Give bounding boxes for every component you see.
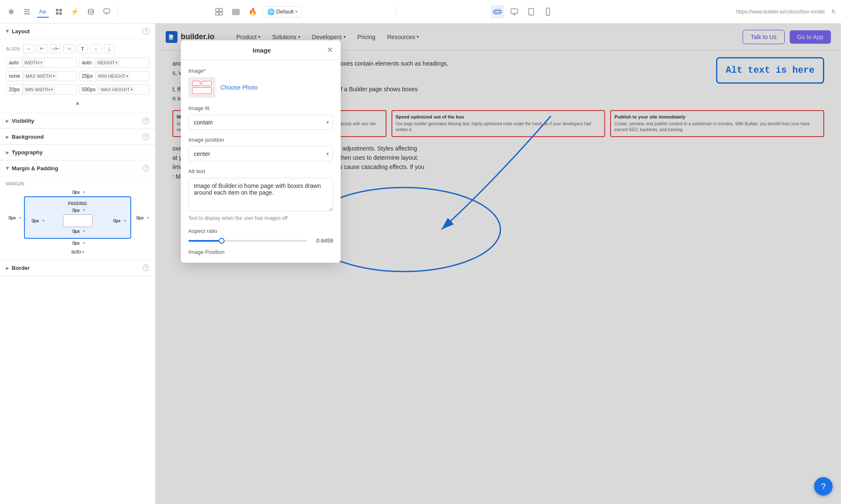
toolbar-left-icons: ⊕ Aa ⚡ <box>5 6 113 18</box>
align-btn-3[interactable]: ⊣⊢ <box>50 44 61 53</box>
top-toolbar: ⊕ Aa ⚡ 🔥 🌐 Default ▾ <box>0 0 841 24</box>
layout-help-icon[interactable]: ? <box>143 28 149 34</box>
padding-bottom-input[interactable]: 0px ▾ <box>70 229 85 234</box>
typography-section: ▶ Typography <box>0 145 155 161</box>
lightning-icon[interactable]: ⚡ <box>69 6 81 18</box>
image-position-select[interactable]: center <box>188 146 333 161</box>
background-section-header[interactable]: ▶ Background ? <box>0 129 155 145</box>
minheight-input-group[interactable]: 20px MIN HEIGHT ▾ <box>79 71 150 81</box>
tablet-icon[interactable] <box>524 5 538 18</box>
dialog-close-button[interactable]: ✕ <box>327 46 333 54</box>
margin-bottom-input[interactable]: 0px ▾ <box>70 240 85 245</box>
svg-rect-2 <box>24 13 30 14</box>
aspect-ratio-label: Aspect ratio <box>188 228 333 234</box>
margin-padding-header[interactable]: ▶ Margin & Padding ? <box>0 161 155 176</box>
list-view-icon[interactable] <box>229 5 243 18</box>
mobile-icon[interactable] <box>541 5 555 18</box>
background-section: ▶ Background ? <box>0 129 155 145</box>
svg-rect-10 <box>216 8 219 11</box>
preview-frame: builder.io Product ▾ Solutions ▾ Develop… <box>156 24 841 504</box>
svg-text:Aa: Aa <box>39 8 46 15</box>
padding-right-input[interactable]: 0px ▾ <box>111 218 126 223</box>
layout-arrow: ▶ <box>5 29 10 33</box>
width-input-group[interactable]: auto WIDTH ▾ <box>6 58 77 68</box>
desktop-icon[interactable] <box>508 5 521 18</box>
maxwidth-label: MAX WIDTH ▾ <box>23 72 58 80</box>
fire-icon[interactable]: 🔥 <box>246 5 259 18</box>
padding-box: PADDING 0px ▾ 0px <box>24 196 131 239</box>
layout-section-header[interactable]: ▶ Layout ? <box>0 24 155 39</box>
margin-left-input[interactable]: 0px ▾ <box>6 196 21 239</box>
visibility-section: ▶ Visibility ? <box>0 113 155 129</box>
visibility-help-icon[interactable]: ? <box>143 117 149 124</box>
background-help-icon[interactable]: ? <box>143 133 149 140</box>
dialog-body: Image* <box>181 60 341 263</box>
border-section: ▶ Border ? <box>0 260 155 276</box>
aspect-ratio-value: 0.6459 <box>312 237 333 244</box>
height-input-group[interactable]: auto HEIGHT ▾ <box>79 58 150 68</box>
maxwidth-input-group[interactable]: none MAX WIDTH ▾ <box>6 71 77 81</box>
border-title: Border <box>12 265 140 271</box>
margin-top-input[interactable]: 0px ▾ <box>70 190 85 195</box>
aspect-ratio-slider[interactable] <box>188 240 307 242</box>
visibility-section-header[interactable]: ▶ Visibility ? <box>0 113 155 129</box>
svg-rect-1 <box>24 11 30 12</box>
breakpoint-icon[interactable] <box>491 5 504 18</box>
image-dialog: Image ✕ Image* <box>181 40 341 263</box>
minwidth-input-group[interactable]: 20px MIN WIDTH ▾ <box>6 84 77 95</box>
align-btn-6[interactable]: ⊥ <box>104 44 115 53</box>
align-btn-T[interactable]: T <box>77 44 88 53</box>
align-btn-4[interactable]: ⊣ <box>63 44 74 53</box>
layers-icon[interactable] <box>21 6 33 18</box>
image-preview-row: Choose Photo <box>188 77 333 98</box>
maxheight-input-group[interactable]: 500px MAX HEIGHT ▾ <box>79 84 150 95</box>
align-row: ALIGN ↔ ⊢ ⊣⊢ ⊣ T ↕ ⊥ <box>6 44 149 53</box>
align-btn-5[interactable]: ↕ <box>90 44 101 53</box>
align-label: ALIGN <box>6 46 20 51</box>
border-section-header[interactable]: ▶ Border ? <box>0 260 155 276</box>
image-position-label2: Image Position <box>188 249 333 255</box>
comment-icon[interactable] <box>101 6 113 18</box>
image-field-label: Image* <box>188 68 333 74</box>
grid-view-icon[interactable] <box>212 5 226 18</box>
svg-rect-6 <box>56 12 58 15</box>
default-dropdown[interactable]: 🌐 Default ▾ <box>263 6 302 17</box>
minheight-value: 20px <box>79 71 95 81</box>
margin-padding-title: Margin & Padding <box>12 165 140 172</box>
svg-point-8 <box>88 9 93 11</box>
inner-content-box <box>63 214 93 227</box>
padding-top-row: 0px ▾ <box>70 208 85 213</box>
visibility-arrow: ▶ <box>6 119 9 123</box>
svg-rect-11 <box>220 8 222 11</box>
auto-value[interactable]: auto ▾ <box>71 249 84 255</box>
svg-rect-14 <box>233 9 239 11</box>
layout-title: Layout <box>12 28 140 34</box>
margin-padding-help-icon[interactable]: ? <box>143 165 149 172</box>
align-btn-1[interactable]: ↔ <box>23 44 34 53</box>
border-arrow: ▶ <box>6 266 9 270</box>
collapse-layout-btn[interactable]: ▲ <box>6 98 149 108</box>
align-btn-2[interactable]: ⊢ <box>37 44 48 53</box>
refresh-icon[interactable]: ↻ <box>831 8 836 15</box>
alt-text-input[interactable] <box>188 178 333 211</box>
border-help-icon[interactable]: ? <box>143 264 149 271</box>
margin-mid-row: 0px ▾ PADDING 0px ▾ <box>6 196 149 239</box>
help-fab-button[interactable]: ? <box>814 477 833 496</box>
typography-section-header[interactable]: ▶ Typography <box>0 145 155 160</box>
add-icon[interactable]: ⊕ <box>5 6 17 18</box>
minwidth-label: MIN WIDTH ▾ <box>22 85 56 94</box>
stack-icon[interactable] <box>53 6 65 18</box>
auto-row: auto ▾ <box>6 249 149 255</box>
aspect-ratio-row: 0.6459 <box>188 237 333 244</box>
padding-top-input[interactable]: 0px ▾ <box>70 208 85 213</box>
image-fit-label: Image fit <box>188 105 333 111</box>
margin-right-input[interactable]: 0px ▾ <box>134 196 149 239</box>
choose-photo-button[interactable]: Choose Photo <box>220 84 258 91</box>
main-area: ▶ Layout ? ALIGN ↔ ⊢ ⊣⊢ ⊣ T ↕ ⊥ auto WID… <box>0 24 841 504</box>
db-icon[interactable] <box>85 6 97 18</box>
padding-left-input[interactable]: 0px ▾ <box>29 218 45 223</box>
styles-icon[interactable]: Aa <box>37 6 49 18</box>
padding-bot-row: 0px ▾ <box>70 229 85 234</box>
image-fit-select[interactable]: contain <box>188 115 333 130</box>
visibility-title: Visibility <box>12 118 140 124</box>
